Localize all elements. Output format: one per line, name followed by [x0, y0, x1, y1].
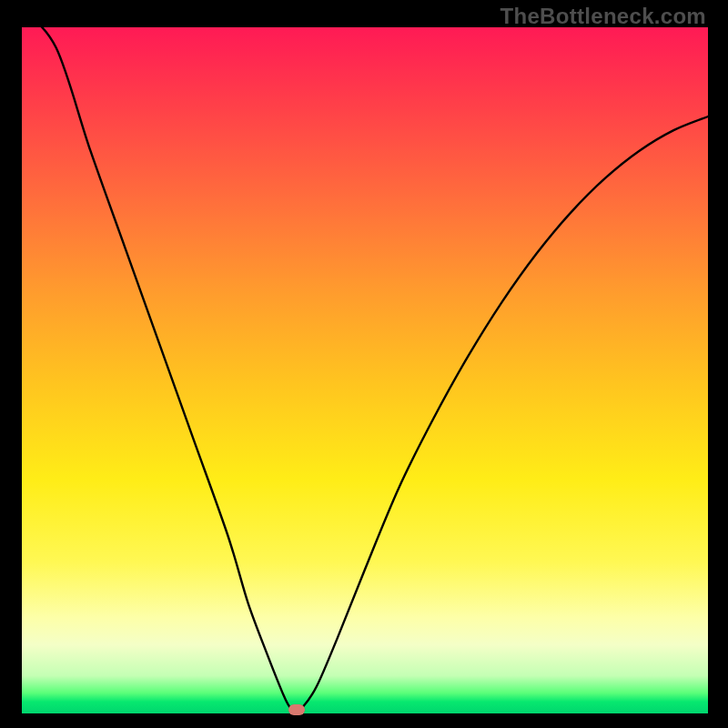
- chart-plot-area: [22, 27, 708, 713]
- optimum-marker: [288, 704, 305, 715]
- watermark-text: TheBottleneck.com: [500, 4, 706, 29]
- chart-frame: TheBottleneck.com: [0, 0, 728, 728]
- bottleneck-curve: [22, 27, 708, 713]
